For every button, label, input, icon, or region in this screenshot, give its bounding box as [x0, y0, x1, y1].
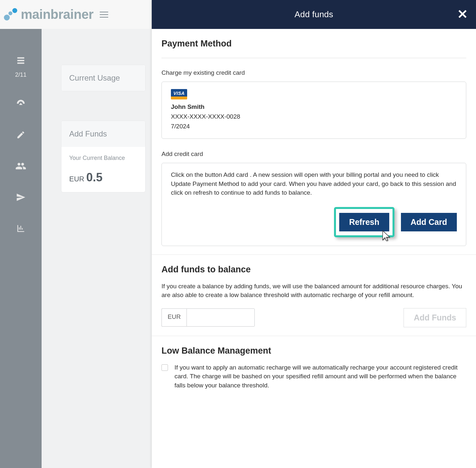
chart-icon[interactable]	[15, 223, 27, 234]
existing-card-box[interactable]: VISA John Smith XXXX-XXXX-XXXX-0028 7/20…	[161, 82, 466, 139]
amount-input-group: EUR	[161, 308, 255, 327]
checklist-icon[interactable]	[15, 55, 27, 67]
background-content: Current Usage Add Funds Your Current Bal…	[42, 29, 152, 468]
topbar: mainbrainer	[0, 0, 152, 29]
send-icon[interactable]	[15, 191, 27, 203]
close-icon[interactable]	[457, 9, 467, 19]
add-card-label: Add credit card	[161, 150, 466, 158]
dashboard-icon[interactable]	[15, 98, 27, 110]
edit-icon[interactable]	[15, 129, 27, 141]
cursor-icon	[381, 230, 392, 242]
add-funds-heading: Add funds to balance	[161, 265, 466, 275]
add-funds-description: If you create a balance by adding funds,…	[161, 282, 466, 300]
low-balance-description: If you want to apply an automatic rechar…	[174, 363, 466, 390]
auto-recharge-checkbox[interactable]	[161, 364, 168, 371]
balance-value: EUR 0.5	[69, 171, 137, 184]
refresh-button[interactable]: Refresh	[339, 213, 389, 231]
add-funds-card-title: Add Funds	[61, 121, 145, 147]
panel-header: Add funds	[152, 0, 476, 29]
sidebar: 2/11	[0, 29, 42, 468]
amount-input[interactable]	[187, 308, 255, 327]
panel-title: Add funds	[295, 9, 333, 20]
tab-current-usage[interactable]: Current Usage	[61, 65, 145, 91]
add-funds-button[interactable]: Add Funds	[404, 308, 466, 327]
card-expiry: 7/2024	[171, 123, 457, 130]
balance-label: Your Current Balance	[69, 155, 137, 162]
add-card-help-text: Click on the button Add card . A new ses…	[171, 170, 457, 197]
sidebar-progress: 2/11	[15, 72, 26, 78]
users-icon[interactable]	[15, 160, 27, 172]
refresh-highlight: Refresh	[334, 207, 394, 237]
brand-logo: mainbrainer	[3, 7, 93, 22]
payment-method-heading: Payment Method	[161, 39, 466, 49]
menu-toggle-button[interactable]	[100, 12, 108, 18]
charge-existing-label: Charge my existing credit card	[161, 69, 466, 76]
low-balance-heading: Low Balance Management	[161, 346, 466, 356]
card-holder: John Smith	[171, 103, 457, 110]
amount-currency: EUR	[161, 308, 187, 327]
card-number-masked: XXXX-XXXX-XXXX-0028	[171, 113, 457, 120]
visa-icon: VISA	[171, 89, 187, 99]
add-card-button[interactable]: Add Card	[401, 213, 457, 231]
add-card-box: Click on the button Add card . A new ses…	[161, 163, 466, 246]
brand-name: mainbrainer	[21, 7, 93, 22]
logo-icon	[3, 8, 19, 21]
add-funds-panel: Add funds Payment Method Charge my exist…	[152, 0, 476, 468]
